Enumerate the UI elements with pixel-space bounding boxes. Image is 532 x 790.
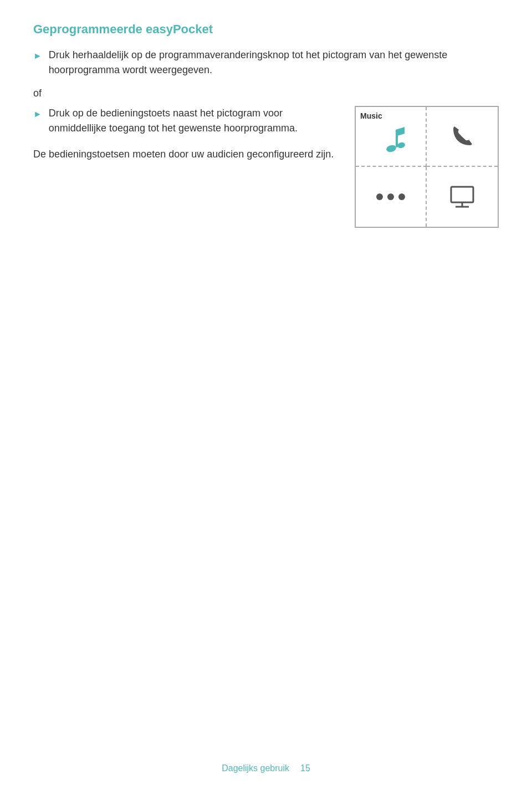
section-title: Geprogrammeerde easyPocket bbox=[33, 22, 499, 37]
bullet-item-2: ► Druk op de bedieningstoets naast het p… bbox=[33, 106, 338, 136]
tv-icon bbox=[448, 182, 477, 211]
phone-icon bbox=[449, 123, 475, 150]
dots-row bbox=[376, 193, 405, 200]
last-paragraph: De bedieningstoetsen moeten door uw audi… bbox=[33, 147, 338, 162]
tv-cell bbox=[427, 167, 498, 227]
music-program-image: Music bbox=[355, 106, 499, 228]
left-content: ► Druk op de bedieningstoets naast het p… bbox=[33, 106, 338, 162]
or-text: of bbox=[33, 88, 499, 99]
dot-3 bbox=[398, 193, 405, 200]
svg-point-1 bbox=[386, 144, 397, 153]
bullet-arrow-2: ► bbox=[33, 108, 42, 121]
bullet-text-2: Druk op de bedieningstoets naast het pic… bbox=[49, 106, 338, 136]
bullet-item-1: ► Druk herhaaldelijk op de programmavera… bbox=[33, 48, 499, 78]
music-note-icon bbox=[375, 125, 407, 157]
dot-2 bbox=[387, 193, 394, 200]
middle-section: ► Druk op de bedieningstoets naast het p… bbox=[33, 106, 499, 228]
svg-rect-3 bbox=[451, 187, 473, 202]
footer-page-number: 15 bbox=[300, 763, 310, 773]
footer-section-label: Dagelijks gebruik bbox=[222, 763, 289, 773]
page-footer: Dagelijks gebruik 15 bbox=[0, 763, 532, 773]
dots-cell bbox=[356, 167, 427, 227]
music-cell: Music bbox=[356, 107, 427, 167]
music-label: Music bbox=[360, 111, 382, 120]
svg-point-2 bbox=[397, 141, 406, 149]
page-content: Geprogrammeerde easyPocket ► Druk herhaa… bbox=[0, 0, 532, 250]
dot-1 bbox=[376, 193, 383, 200]
phone-cell bbox=[427, 107, 498, 167]
bullet-arrow-1: ► bbox=[33, 49, 42, 63]
bullet-text-1: Druk herhaaldelijk op de programmaverand… bbox=[49, 48, 499, 78]
